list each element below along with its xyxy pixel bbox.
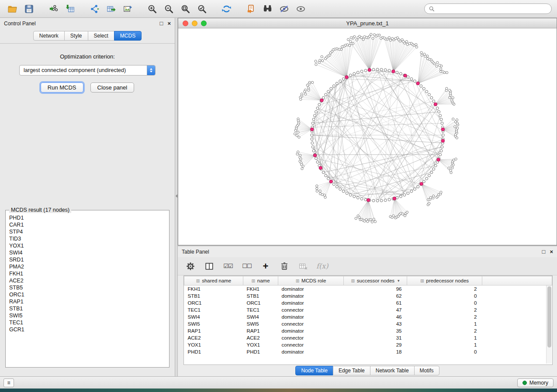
zoom-in-icon[interactable]	[145, 2, 159, 16]
window-zoom-icon[interactable]	[201, 21, 207, 26]
select-all-icon[interactable]: ☑☑	[222, 260, 234, 273]
table-row[interactable]: FKH1FKH1dominator962	[184, 285, 552, 293]
delete-table-icon	[298, 260, 309, 273]
deselect-all-icon[interactable]: ☐☐	[241, 260, 253, 273]
table-scrollbar-thumb[interactable]	[547, 286, 551, 347]
column-grid-icon: ⊞	[351, 279, 354, 283]
mcds-result-item[interactable]: SWI4	[9, 249, 166, 256]
column-grid-icon: ⊞	[296, 279, 299, 283]
mcds-result-item[interactable]: GCR1	[9, 326, 166, 333]
mcds-result-item[interactable]: RAP1	[9, 298, 166, 305]
table-row[interactable]: SWI5SWI5connector431	[184, 320, 552, 327]
application-window: Control Panel □ × NetworkStyleSelectMCDS…	[0, 0, 557, 389]
search-input[interactable]	[437, 6, 547, 12]
close-table-panel-icon[interactable]: ×	[550, 249, 553, 254]
mcds-result-item[interactable]: SRD1	[9, 256, 166, 263]
search-box[interactable]	[424, 3, 552, 14]
control-panel: Control Panel □ × NetworkStyleSelectMCDS…	[0, 18, 175, 376]
tab-mcds[interactable]: MCDS	[114, 31, 142, 41]
table-tab-motifs[interactable]: Motifs	[414, 366, 439, 375]
criterion-select[interactable]: largest connected component (undirected)	[19, 65, 156, 76]
splitter-collapse-icon[interactable]	[176, 194, 177, 198]
desktop-wallpaper-strip	[0, 389, 557, 392]
mcds-result-item[interactable]: ORC1	[9, 291, 166, 298]
zoom-out-icon[interactable]	[162, 2, 176, 16]
export-image-icon[interactable]	[121, 2, 135, 16]
control-panel-header: Control Panel □ ×	[0, 18, 175, 29]
close-panel-icon[interactable]: ×	[167, 21, 171, 26]
tab-style[interactable]: Style	[64, 31, 88, 41]
mcds-result-item[interactable]: PMA2	[9, 263, 166, 270]
table-panel: Table Panel □ × ☑☑ ☐☐ +	[178, 245, 557, 376]
table-row[interactable]: TEC1TEC1connector472	[184, 306, 552, 313]
table-row[interactable]: STB1STB1dominator620	[184, 292, 552, 299]
export-network-icon[interactable]	[87, 2, 101, 16]
table-settings-gear-icon[interactable]	[185, 260, 196, 273]
show-all-icon[interactable]	[294, 2, 308, 16]
export-document-icon[interactable]	[244, 2, 258, 16]
node-table-body: FKH1FKH1dominator962STB1STB1dominator620…	[184, 285, 552, 356]
mcds-result-item[interactable]: STP4	[9, 228, 166, 235]
run-mcds-button[interactable]: Run MCDS	[41, 83, 83, 93]
mcds-result-item[interactable]: YOX1	[9, 242, 166, 249]
table-row[interactable]: RAP1RAP1dominator352	[184, 327, 552, 334]
table-scrollbar[interactable]	[546, 285, 552, 364]
combo-stepper-icon	[147, 65, 155, 75]
zoom-selected-icon[interactable]	[195, 2, 209, 16]
show-columns-icon[interactable]	[204, 260, 215, 273]
table-row[interactable]: ORC1ORC1dominator610	[184, 299, 552, 306]
add-column-icon[interactable]: +	[260, 260, 271, 273]
save-session-icon[interactable]	[22, 2, 36, 16]
table-tabs: Node TableEdge TableNetwork TableMotifs	[295, 366, 439, 375]
sort-caret-icon: ▾	[398, 279, 400, 283]
panel-splitter[interactable]	[175, 18, 178, 376]
import-table-icon[interactable]	[63, 2, 77, 16]
column-header-name[interactable]: ⊞name	[243, 276, 278, 285]
delete-column-icon[interactable]	[279, 260, 290, 273]
table-tab-network-table[interactable]: Network Table	[370, 366, 415, 375]
network-window-title: YPA_prune.txt_1	[346, 20, 388, 27]
mcds-result-item[interactable]: STB1	[9, 305, 166, 312]
table-tabbar: Node TableEdge TableNetwork TableMotifs	[178, 365, 557, 376]
search-network-icon[interactable]	[260, 2, 274, 16]
column-grid-icon: ⊞	[196, 279, 200, 283]
column-header-predecessor-nodes[interactable]: ⊞predecessor nodes	[407, 276, 482, 285]
float-panel-icon[interactable]: □	[160, 21, 163, 26]
table-panel-title: Table Panel	[182, 249, 209, 255]
tab-select[interactable]: Select	[88, 31, 114, 41]
mcds-result-item[interactable]: STB5	[9, 284, 166, 291]
node-table: ⊞shared name⊞name⊞MCDS role⊞successor no…	[183, 275, 553, 365]
open-file-icon[interactable]	[5, 2, 19, 16]
refresh-layout-icon[interactable]	[219, 2, 233, 16]
export-table-icon[interactable]	[104, 2, 118, 16]
import-network-icon[interactable]	[46, 2, 60, 16]
window-close-icon[interactable]	[183, 21, 188, 26]
table-tab-edge-table[interactable]: Edge Table	[333, 366, 370, 375]
mcds-result-item[interactable]: SWI5	[9, 312, 166, 319]
mcds-result-item[interactable]: TID3	[9, 235, 166, 242]
table-row[interactable]: SWI4SWI4dominator462	[184, 313, 552, 320]
table-row[interactable]: ACE2ACE2connector311	[184, 334, 552, 341]
close-panel-button[interactable]: Close panel	[90, 83, 135, 93]
mcds-result-item[interactable]: CAR1	[9, 221, 166, 228]
network-canvas[interactable]	[178, 28, 557, 245]
column-header-shared-name[interactable]: ⊞shared name	[184, 276, 243, 285]
table-toolbar: ☑☑ ☐☐ + f(x)	[178, 257, 557, 275]
mcds-result-item[interactable]: PHD1	[9, 214, 166, 221]
mcds-result-item[interactable]: FKH1	[9, 270, 166, 277]
memory-button[interactable]: Memory	[517, 378, 554, 387]
tab-network[interactable]: Network	[33, 31, 65, 41]
float-table-panel-icon[interactable]: □	[542, 249, 546, 254]
table-row[interactable]: PHD1PHD1dominator180	[184, 348, 552, 355]
mcds-result-item[interactable]: TEC1	[9, 319, 166, 326]
window-minimize-icon[interactable]	[192, 21, 197, 26]
table-row[interactable]: YOX1YOX1connector291	[184, 341, 552, 348]
column-header-successor-nodes[interactable]: ⊞successor nodes▾	[344, 276, 407, 285]
mcds-result-item[interactable]: ACE2	[9, 277, 166, 284]
table-tab-node-table[interactable]: Node Table	[295, 366, 333, 375]
column-header-MCDS-role[interactable]: ⊞MCDS role	[278, 276, 344, 285]
column-grid-icon: ⊞	[420, 279, 424, 283]
zoom-fit-icon[interactable]	[178, 2, 192, 16]
status-menu-icon[interactable]: ≡	[3, 378, 14, 387]
hide-selected-icon[interactable]	[277, 2, 291, 16]
